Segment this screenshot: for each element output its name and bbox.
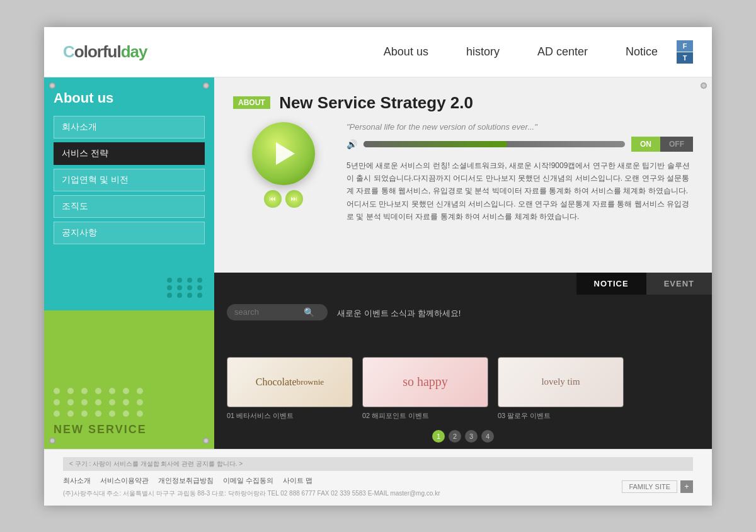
- pagination: 1 2 3 4: [214, 427, 712, 449]
- card-label-1: 01 베타서비스 이벤트: [227, 411, 353, 421]
- green-dot: [54, 410, 60, 417]
- progress-fill: [364, 141, 507, 147]
- green-dot: [81, 388, 88, 394]
- sidebar-dots: [167, 278, 205, 298]
- sidebar-item-service[interactable]: 서비스 전략: [54, 142, 205, 165]
- event-card-2: so happy 02 해피포인트 이벤트: [362, 357, 488, 421]
- green-dot: [95, 410, 101, 417]
- green-dot: [137, 410, 143, 417]
- logo[interactable]: Colorfulday: [63, 42, 147, 62]
- social-t-button[interactable]: T: [677, 52, 693, 64]
- play-button[interactable]: [252, 122, 315, 185]
- search-box[interactable]: 🔍: [227, 304, 328, 320]
- card-image-1[interactable]: Chocolatebrownie: [227, 357, 353, 407]
- dot: [167, 293, 172, 298]
- screw-br: [203, 438, 209, 444]
- on-off-buttons: ON OFF: [631, 137, 693, 152]
- nav-about[interactable]: About us: [384, 45, 428, 59]
- tab-event[interactable]: EVENT: [646, 273, 712, 295]
- green-dots: [54, 388, 205, 417]
- footer-bottom: 최사소개 서비스이용약관 개인정보취급방침 이메일 수집동의 사이트 맵 (주)…: [63, 476, 693, 498]
- prev-button[interactable]: ⏮: [264, 190, 282, 208]
- dot: [167, 285, 172, 290]
- sidebar-item-notice[interactable]: 공지사항: [54, 222, 205, 244]
- header: Colorfulday About us history AD center N…: [44, 27, 712, 77]
- speaker-icon: 🔊: [346, 139, 357, 149]
- event-card-3: lovely tim 03 팔로우 이벤트: [498, 357, 624, 421]
- tabs-row: NOTICE EVENT: [214, 273, 712, 295]
- card-image-2[interactable]: so happy: [362, 357, 488, 407]
- green-dot: [137, 399, 143, 405]
- card-label-3: 03 팔로우 이벤트: [498, 411, 624, 421]
- green-dot: [95, 399, 101, 405]
- footer-link-3[interactable]: 이메일 수집동의: [223, 476, 273, 485]
- off-button[interactable]: OFF: [660, 137, 693, 152]
- dot: [177, 278, 182, 283]
- announcement-bar: < 구기 : 사랑이 서비스를 개설합 회사에 관련 공지를 합니다. >: [63, 457, 693, 471]
- green-dot: [109, 410, 115, 417]
- footer-nav: 최사소개 서비스이용약관 개인정보취급방침 이메일 수집동의 사이트 맵: [63, 476, 440, 485]
- green-dot: [67, 399, 74, 405]
- nav-history[interactable]: history: [466, 45, 500, 59]
- green-dot: [137, 388, 143, 394]
- footer-info: (주)사랑주식대 주소: 서울특별시 마구구 과립동 88-3 다로: 닥하랑어…: [63, 489, 440, 498]
- next-button[interactable]: ⏭: [285, 190, 303, 208]
- social-f-button[interactable]: F: [677, 40, 693, 52]
- page-wrapper: Colorfulday About us history AD center N…: [44, 27, 712, 506]
- footer-link-1[interactable]: 서비스이용약관: [100, 476, 149, 485]
- logo-c: C: [63, 42, 74, 61]
- screw-tr: [203, 82, 209, 89]
- sidebar-item-org[interactable]: 조직도: [54, 195, 205, 218]
- dot: [167, 278, 172, 283]
- family-site: FAMILY SITE +: [622, 480, 693, 493]
- content-heading: New Service Strategy 2.0: [279, 93, 473, 112]
- dot: [187, 293, 192, 298]
- tab-notice[interactable]: NOTICE: [576, 273, 646, 295]
- media-controls: ⏮ ⏭: [264, 190, 303, 208]
- sidebar-title: About us: [54, 90, 205, 106]
- new-service-label: NEW SERVICE: [54, 423, 205, 436]
- search-input[interactable]: [234, 307, 304, 317]
- green-dot: [95, 388, 101, 394]
- content-inner: ⏮ ⏭ "Personal life for the new version o…: [233, 122, 693, 224]
- dot: [187, 285, 192, 290]
- heading-row: ABOUT New Service Strategy 2.0: [233, 93, 693, 113]
- green-dot: [123, 399, 129, 405]
- page-2[interactable]: 2: [449, 430, 461, 443]
- family-site-label: FAMILY SITE: [622, 480, 677, 493]
- footer: < 구기 : 사랑이 서비스를 개설합 회사에 관련 공지를 합니다. > 최사…: [44, 449, 712, 506]
- content-text-area: "Personal life for the new version of so…: [346, 122, 693, 224]
- green-dot: [123, 388, 129, 394]
- green-dot: [81, 410, 88, 417]
- green-dot: [54, 399, 60, 405]
- footer-left: 최사소개 서비스이용약관 개인정보취급방침 이메일 수집동의 사이트 맵 (주)…: [63, 476, 440, 498]
- footer-link-4[interactable]: 사이트 맵: [283, 476, 312, 485]
- card-image-3[interactable]: lovely tim: [498, 357, 624, 407]
- sidebar-item-company[interactable]: 회사소개: [54, 116, 205, 139]
- page-3[interactable]: 3: [465, 430, 478, 443]
- progress-row: 🔊 ON OFF: [346, 137, 693, 152]
- nav-notice[interactable]: Notice: [626, 45, 658, 59]
- family-site-button[interactable]: +: [680, 480, 693, 493]
- page-1[interactable]: 1: [432, 430, 445, 443]
- dot: [187, 278, 192, 283]
- body-text: 5년만에 새로운 서비스의 런칭! 소셜네트워크와, 새로운 시작!9009캡에…: [346, 159, 693, 224]
- event-card-1: Chocolatebrownie 01 베타서비스 이벤트: [227, 357, 353, 421]
- dot: [177, 293, 182, 298]
- footer-link-0[interactable]: 최사소개: [63, 476, 91, 485]
- content-top: ABOUT New Service Strategy 2.0 ⏮ ⏭: [214, 77, 712, 273]
- sidebar-item-history[interactable]: 기업연혁 및 비전: [54, 169, 205, 191]
- dot: [197, 278, 202, 283]
- card-label-2: 02 해피포인트 이벤트: [362, 411, 488, 421]
- page-4[interactable]: 4: [481, 430, 494, 443]
- events-area: 🔍 새로운 이벤트 소식과 함께하세요!: [214, 295, 712, 357]
- screw-content-tr: [701, 82, 707, 89]
- progress-bar[interactable]: [364, 141, 625, 147]
- content-bottom: NOTICE EVENT 🔍 새로운 이벤트 소식과 함께하세요! Chocol…: [214, 273, 712, 449]
- event-intro: 새로운 이벤트 소식과 함께하세요!: [337, 304, 461, 319]
- on-button[interactable]: ON: [631, 137, 660, 152]
- nav-adcenter[interactable]: AD center: [537, 45, 588, 59]
- sidebar: About us 회사소개 서비스 전략 기업연혁 및 비전 조직도 공지사항: [44, 77, 214, 449]
- right-panel: ABOUT New Service Strategy 2.0 ⏮ ⏭: [214, 77, 712, 449]
- footer-link-2[interactable]: 개인정보취급방침: [158, 476, 214, 485]
